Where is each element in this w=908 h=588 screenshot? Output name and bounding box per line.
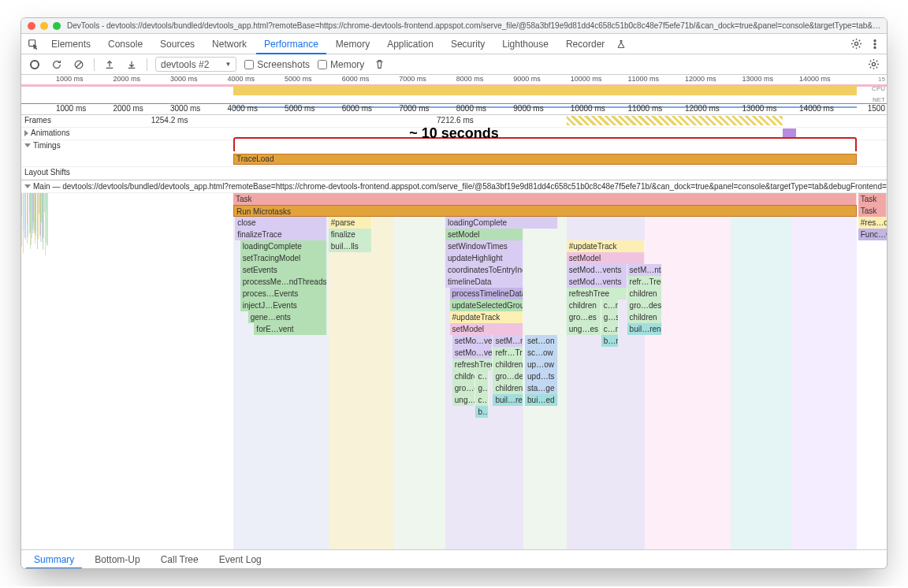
memory-checkbox[interactable]: Memory [318, 59, 364, 70]
flame-bar[interactable]: refreshTree [567, 288, 627, 300]
flame-bar[interactable]: buil…ren [627, 323, 662, 335]
flame-bar[interactable]: children [452, 370, 476, 382]
flame-bar[interactable]: updateHighlight [445, 252, 523, 264]
flame-bar[interactable]: up…ow [525, 359, 558, 370]
flame-bar[interactable]: c…n [601, 300, 619, 311]
flame-bar[interactable]: children [567, 300, 601, 311]
flame-bar[interactable]: c… [475, 370, 488, 382]
flame-bar[interactable]: processTimelineData [450, 288, 523, 300]
flame-bar[interactable]: refr…Tree [493, 347, 523, 359]
layout-shifts-track[interactable]: Layout Shifts [21, 167, 887, 180]
flame-bar[interactable]: setModel [445, 229, 523, 240]
expand-icon[interactable] [24, 130, 28, 136]
flame-bar[interactable]: coordinatesToEntryIndex [445, 264, 523, 276]
flame-bar[interactable]: Task [858, 205, 887, 217]
tab-security[interactable]: Security [443, 34, 493, 54]
flame-bar[interactable]: #parse [329, 217, 372, 229]
flame-bar[interactable]: gene…ents [248, 311, 327, 323]
flame-bar[interactable]: ung…es [567, 323, 601, 335]
tab-application[interactable]: Application [379, 34, 441, 54]
flame-bar[interactable]: gro…des [627, 300, 662, 311]
flame-bar[interactable]: #updateTrack [450, 311, 523, 323]
flame-bar[interactable]: Run Microtasks [233, 205, 857, 217]
tab-lighthouse[interactable]: Lighthouse [494, 34, 556, 54]
flame-bar[interactable]: refreshTree [452, 359, 493, 370]
flame-bar[interactable]: setMo…vents [452, 347, 493, 359]
flame-bar[interactable]: loadingComplete [240, 240, 327, 252]
flame-bar[interactable]: Task [233, 193, 857, 205]
flame-bar[interactable]: set…on [525, 335, 558, 347]
trash-button[interactable] [372, 58, 386, 72]
collapse-icon[interactable] [24, 143, 31, 147]
flame-bar[interactable]: children [627, 311, 662, 323]
clear-button[interactable] [72, 58, 86, 72]
flame-bar[interactable]: forE…vent [254, 323, 326, 335]
flame-bar[interactable]: children [627, 288, 662, 300]
screenshots-checkbox[interactable]: Screenshots [244, 59, 310, 70]
tab-network[interactable]: Network [204, 34, 255, 54]
tab-performance[interactable]: Performance [256, 34, 326, 54]
flame-bar[interactable]: gro…des [493, 370, 523, 382]
flame-bar[interactable]: setModel [567, 252, 645, 264]
flame-bar[interactable]: setEvents [240, 264, 327, 276]
flame-chart[interactable]: TaskRun Microtasksclose#parseloadingComp… [21, 193, 887, 549]
flame-bar[interactable]: buil…lls [329, 240, 372, 252]
flame-bar[interactable]: Task [858, 193, 887, 205]
flame-bar[interactable]: upd…ts [525, 370, 558, 382]
flame-bar[interactable]: setM…nts [493, 335, 523, 347]
timings-track[interactable]: Timings TraceLoad [21, 140, 887, 167]
flame-bar[interactable]: gro…es [452, 382, 476, 394]
upload-button[interactable] [102, 58, 117, 72]
flame-bar[interactable]: bui…ed [525, 394, 558, 406]
flame-bar[interactable]: setMo…vents [452, 335, 493, 347]
minimize-icon[interactable] [40, 22, 48, 30]
flame-bar[interactable]: setMod…vents [567, 264, 627, 276]
flame-bar[interactable]: buil…ren [493, 394, 523, 406]
footer-tab-call-tree[interactable]: Call Tree [153, 550, 207, 569]
tab-sources[interactable]: Sources [152, 34, 203, 54]
footer-tab-summary[interactable]: Summary [26, 550, 82, 569]
timeline-overview[interactable]: 1000 ms2000 ms3000 ms4000 ms5000 ms6000 … [21, 75, 887, 104]
flame-bar[interactable]: sta…ge [525, 382, 558, 394]
toolbar-settings-icon[interactable] [866, 58, 880, 72]
main-thread-header[interactable]: Main — devtools://devtools/bundled/devto… [21, 180, 887, 193]
flame-bar[interactable]: finalize [329, 229, 372, 240]
record-button[interactable] [28, 58, 42, 72]
flame-bar[interactable]: setModel [450, 323, 523, 335]
flame-bar[interactable]: setMod…vents [567, 276, 627, 288]
inspect-icon[interactable] [24, 39, 42, 50]
tab-console[interactable]: Console [100, 34, 151, 54]
frames-track[interactable]: Frames 1254.2 ms 7212.6 ms [21, 115, 887, 128]
more-icon[interactable] [866, 39, 884, 50]
flame-bar[interactable]: #res…odes [858, 217, 887, 229]
tab-recorder[interactable]: Recorder [558, 34, 612, 54]
collapse-icon[interactable] [24, 184, 31, 188]
profile-select[interactable]: devtools #2 ▼ [155, 57, 236, 72]
flame-bar[interactable]: g…s [601, 311, 619, 323]
flame-bar[interactable]: children [493, 382, 523, 394]
flame-bar[interactable]: finalizeTrace [235, 229, 326, 240]
flame-bar[interactable]: close [235, 217, 326, 229]
flame-bar[interactable]: setTracingModel [240, 252, 327, 264]
flame-bar[interactable]: #updateTrack [567, 240, 645, 252]
flame-bar[interactable]: c…n [601, 323, 619, 335]
flame-bar[interactable]: b… [475, 406, 488, 418]
zoom-icon[interactable] [53, 22, 61, 30]
flame-bar[interactable]: processMe…ndThreads [240, 276, 327, 288]
flame-bar[interactable]: setM…nts [627, 264, 662, 276]
footer-tab-event-log[interactable]: Event Log [211, 550, 270, 569]
close-icon[interactable] [28, 22, 35, 30]
flame-bar[interactable]: children [493, 359, 523, 370]
flame-bar[interactable]: Func…Call [858, 229, 887, 240]
tab-memory[interactable]: Memory [328, 34, 378, 54]
download-button[interactable] [125, 58, 139, 72]
flame-bar[interactable]: sc…ow [525, 347, 558, 359]
flame-bar[interactable]: c… [475, 394, 488, 406]
flame-bar[interactable]: ung…es [452, 394, 476, 406]
footer-tab-bottom-up[interactable]: Bottom-Up [87, 550, 147, 569]
timeline-ruler[interactable]: 1000 ms2000 ms3000 ms4000 ms5000 ms6000 … [21, 104, 887, 115]
flame-bar[interactable]: setWindowTimes [445, 240, 523, 252]
flame-bar[interactable]: updateSelectedGroup [450, 300, 523, 311]
flame-bar[interactable]: gro…es [567, 311, 601, 323]
flame-bar[interactable]: loadingComplete [445, 217, 558, 229]
